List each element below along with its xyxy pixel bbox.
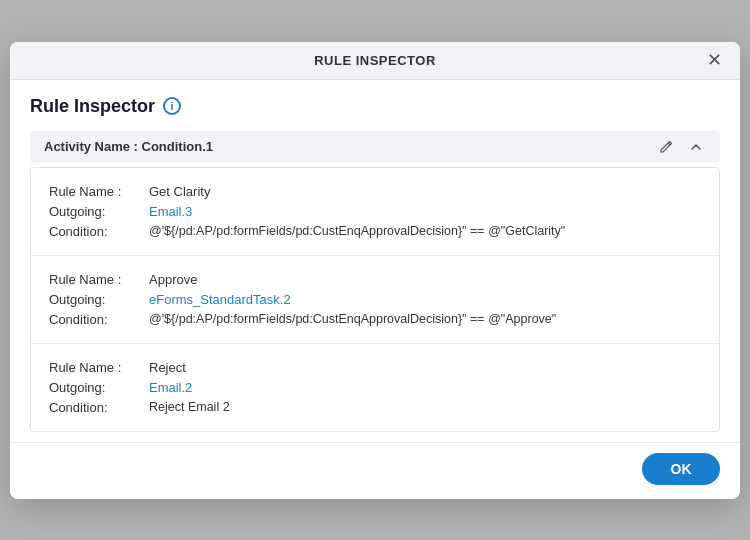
modal-header: RULE INSPECTOR ✕	[10, 42, 740, 80]
condition-value: @'${/pd:AP/pd:formFields/pd:CustEnqAppro…	[149, 312, 556, 326]
collapse-button[interactable]	[686, 139, 706, 155]
close-button[interactable]: ✕	[703, 49, 726, 71]
rule-block: Rule Name : Reject Outgoing: Email.2 Con…	[31, 344, 719, 431]
rule-name-value: Get Clarity	[149, 184, 210, 199]
rule-name-row: Rule Name : Get Clarity	[49, 184, 701, 199]
outgoing-label: Outgoing:	[49, 204, 149, 219]
outgoing-value: Email.2	[149, 380, 192, 395]
rule-name-row: Rule Name : Approve	[49, 272, 701, 287]
condition-label: Condition:	[49, 400, 149, 415]
outgoing-row: Outgoing: Email.3	[49, 204, 701, 219]
outgoing-label: Outgoing:	[49, 292, 149, 307]
section-bar: Activity Name : Condition.1	[30, 131, 720, 163]
edit-button[interactable]	[656, 139, 676, 155]
rule-block: Rule Name : Get Clarity Outgoing: Email.…	[31, 168, 719, 256]
rules-container: Rule Name : Get Clarity Outgoing: Email.…	[30, 167, 720, 432]
edit-icon	[658, 139, 674, 155]
outgoing-row: Outgoing: Email.2	[49, 380, 701, 395]
modal-title: RULE INSPECTOR	[314, 53, 436, 68]
rule-name-value: Approve	[149, 272, 197, 287]
condition-value: @'${/pd:AP/pd:formFields/pd:CustEnqAppro…	[149, 224, 565, 238]
condition-value: Reject Email 2	[149, 400, 230, 414]
condition-label: Condition:	[49, 224, 149, 239]
ok-button[interactable]: OK	[642, 453, 720, 485]
outgoing-value: eForms_StandardTask.2	[149, 292, 291, 307]
condition-row: Condition: @'${/pd:AP/pd:formFields/pd:C…	[49, 224, 701, 239]
rule-block: Rule Name : Approve Outgoing: eForms_Sta…	[31, 256, 719, 344]
section-bar-title: Activity Name : Condition.1	[44, 139, 213, 154]
section-bar-actions	[656, 139, 706, 155]
info-icon[interactable]: i	[163, 97, 181, 115]
condition-row: Condition: Reject Email 2	[49, 400, 701, 415]
page-title-text: Rule Inspector	[30, 96, 155, 117]
rule-name-value: Reject	[149, 360, 186, 375]
page-title-row: Rule Inspector i	[30, 96, 720, 117]
rule-name-label: Rule Name :	[49, 272, 149, 287]
outgoing-row: Outgoing: eForms_StandardTask.2	[49, 292, 701, 307]
modal-body: Rule Inspector i Activity Name : Conditi…	[10, 80, 740, 442]
rule-name-label: Rule Name :	[49, 360, 149, 375]
rule-inspector-modal: RULE INSPECTOR ✕ Rule Inspector i Activi…	[10, 42, 740, 499]
condition-row: Condition: @'${/pd:AP/pd:formFields/pd:C…	[49, 312, 701, 327]
rule-name-row: Rule Name : Reject	[49, 360, 701, 375]
rule-name-label: Rule Name :	[49, 184, 149, 199]
modal-footer: OK	[10, 442, 740, 499]
outgoing-value: Email.3	[149, 204, 192, 219]
collapse-icon	[688, 139, 704, 155]
condition-label: Condition:	[49, 312, 149, 327]
outgoing-label: Outgoing:	[49, 380, 149, 395]
